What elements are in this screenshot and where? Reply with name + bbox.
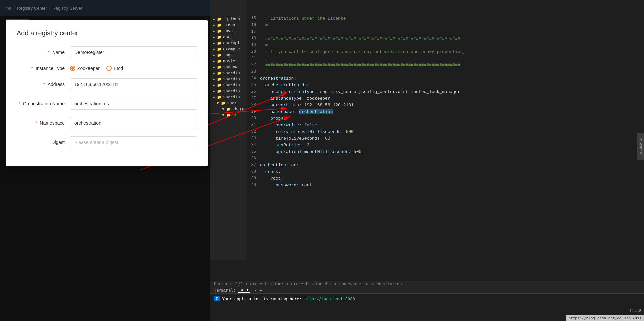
code-line-39: 39 root: <box>247 176 644 183</box>
modal-title: Add a registry center <box>17 29 197 37</box>
form-row-name: * Name <box>17 46 197 58</box>
tree-item-shardin5[interactable]: ▶ 📁shardin <box>210 94 247 100</box>
code-line-15: 15 # limitations under the License. <box>247 16 644 23</box>
radio-etcd[interactable]: Etcd <box>106 66 123 71</box>
tree-item-shardin2[interactable]: ▶ 📁shardin <box>210 76 247 82</box>
code-line-19: 19 # <box>247 43 644 49</box>
blog-link[interactable]: https://blog.csdn.net/qq_37362891 <box>566 315 644 321</box>
code-line-30: 30 props: <box>247 116 644 123</box>
radio-zookeeper[interactable]: Zookeeper <box>70 66 100 71</box>
input-name[interactable] <box>70 46 197 58</box>
structure-tab[interactable]: 2: Structure <box>637 133 644 160</box>
status-breadcrumb: Document 1/1 > orchestration: > orchestr… <box>210 281 644 287</box>
tree-item-shardin1[interactable]: ▶ 📁shardin <box>210 70 247 76</box>
label-address: * Address <box>17 82 70 87</box>
input-orchestration-name[interactable] <box>70 98 197 110</box>
tree-item-shardin3[interactable]: ▶ 📁shardin <box>210 82 247 88</box>
input-address[interactable] <box>70 78 197 90</box>
file-tree: ▶ 📁.github ▶ 📁.idea ▶ 📁.mvn ▶ 📁docs ▶ 📁e… <box>210 0 247 260</box>
code-line-27: 27 instanceType: zookeeper <box>247 96 644 103</box>
radio-circle-zookeeper <box>70 66 75 71</box>
instance-type-options: Zookeeper Etcd <box>70 66 123 71</box>
code-line-24: 24 orchestration: <box>247 76 644 83</box>
tree-item-docs[interactable]: ▶ 📁docs <box>210 34 247 40</box>
code-line-40: 40 password: root <box>247 183 644 189</box>
code-line-25: 25 orchestration_ds: <box>247 83 644 89</box>
code-line-18: 18 #####################################… <box>247 36 644 43</box>
form-row-orchestration-name: * Orchestration Name <box>17 98 197 110</box>
code-line-28: 28 serverLists: 192.168.56.120:2181 <box>247 103 644 109</box>
code-line-21: 21 # <box>247 56 644 63</box>
input-digest[interactable] <box>70 136 197 148</box>
code-line-26: 26 orchestrationType: registry_center,co… <box>247 89 644 96</box>
code-line-22: 22 #####################################… <box>247 63 644 69</box>
code-editor: 15 # limitations under the License. 16 #… <box>247 16 644 281</box>
terminal-close[interactable]: × <box>254 288 257 293</box>
label-orchestration-name: * Orchestration Name <box>17 101 70 106</box>
tree-item-sr[interactable]: ▼ 📁sr <box>210 112 247 118</box>
tree-item-shardin4[interactable]: ▶ 📁shardin <box>210 88 247 94</box>
label-namespace: * Namespace <box>17 120 70 126</box>
form-row-namespace: * Namespace <box>17 117 197 129</box>
jrebel-badge: I <box>214 296 220 301</box>
code-line-36: 36 <box>247 156 644 163</box>
tree-item-shar[interactable]: ▼ 📁shar <box>210 100 247 106</box>
code-line-29: 29 namespace: orchestration <box>247 109 644 116</box>
required-star-address: * <box>43 82 45 87</box>
code-line-33: 33 timeToLiveSeconds: 60 <box>247 136 644 143</box>
terminal-tab-local[interactable]: Local <box>238 287 250 293</box>
terminal-bar: Terminal: Local × + <box>210 287 644 294</box>
radio-label-zookeeper: Zookeeper <box>77 66 100 71</box>
required-star-instance: * <box>31 66 33 71</box>
jrebel-line: I Your application is running here: http… <box>214 296 640 301</box>
code-line-23: 23 # <box>247 69 644 76</box>
tree-item-logs[interactable]: ▶ 📁logs <box>210 52 247 58</box>
label-digest: Digest <box>17 140 70 145</box>
label-instance-type: * Instance Type <box>17 66 70 71</box>
code-line-37: 37 authentication: <box>247 163 644 169</box>
code-line-31: 31 overwrite: false <box>247 123 644 129</box>
radio-circle-etcd <box>106 66 112 71</box>
code-line-17: 17 <box>247 29 644 36</box>
timestamp: 11:52 <box>629 308 641 313</box>
radio-label-etcd: Etcd <box>114 66 123 71</box>
bottom-bar: Document 1/1 > orchestration: > orchestr… <box>210 281 644 321</box>
app-url-link[interactable]: http://localhost:8080 <box>304 297 355 301</box>
code-line-20: 20 # If you want to configure orchestrat… <box>247 49 644 56</box>
tree-item-shard[interactable]: ▼ 📁shard <box>210 106 247 112</box>
tree-item-mvn[interactable]: ▶ 📁.mvn <box>210 28 247 34</box>
tree-item-encrypt[interactable]: ▶ 📁encrypt <box>210 40 247 46</box>
required-star-namespace: * <box>35 120 37 126</box>
tree-item-master[interactable]: ▶ 📁master- <box>210 58 247 64</box>
modal-dialog: Add a registry center * Name * Instance … <box>6 20 208 166</box>
tree-item-github[interactable]: ▶ 📁.github <box>210 16 247 22</box>
label-name: * Name <box>17 50 70 55</box>
form-row-instance-type: * Instance Type Zookeeper Etcd <box>17 66 197 71</box>
form-row-address: * Address <box>17 78 197 90</box>
code-line-16: 16 # <box>247 23 644 29</box>
code-line-32: 32 retryIntervalMilliseconds: 500 <box>247 129 644 136</box>
required-star-orch: * <box>18 101 20 106</box>
tree-item-idea[interactable]: ▶ 📁.idea <box>210 22 247 28</box>
code-line-38: 38 users: <box>247 169 644 176</box>
form-row-digest: Digest <box>17 136 197 148</box>
terminal-add[interactable]: + <box>259 288 262 293</box>
jrebel-text: Your application is running here: <box>222 297 302 301</box>
input-namespace[interactable] <box>70 117 197 129</box>
code-line-34: 34 maxRetries: 3 <box>247 143 644 149</box>
required-star-name: * <box>48 50 49 55</box>
code-line-35: 35 operationTimeoutMilliseconds: 500 <box>247 149 644 156</box>
tree-item-shadow[interactable]: ▶ 📁shadow- <box>210 64 247 70</box>
tree-item-example[interactable]: ▶ 📁example <box>210 46 247 52</box>
